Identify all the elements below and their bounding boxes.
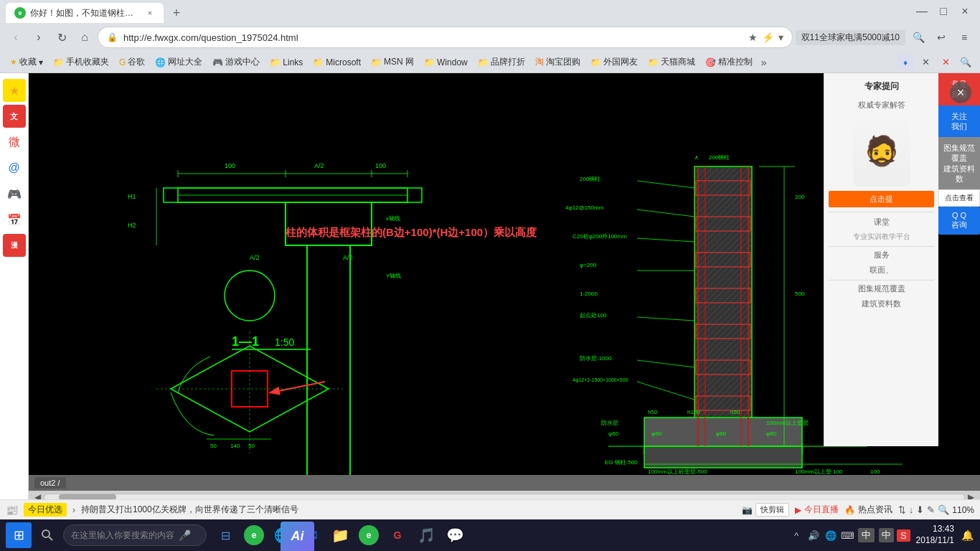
- ask-expert-button[interactable]: 点击提: [829, 191, 934, 207]
- svg-line-98: [49, 537, 52, 540]
- sidebar-icon-game[interactable]: 🎮: [3, 182, 26, 205]
- sort-icon[interactable]: ⇅: [898, 504, 906, 515]
- tab-close-button[interactable]: ×: [145, 7, 155, 19]
- bookmark-item-foreign[interactable]: 📁 外国网友: [586, 55, 642, 70]
- sidebar-icon-doc[interactable]: 文: [3, 105, 26, 128]
- taskbar-app-gmail[interactable]: G: [385, 522, 410, 548]
- horizontal-scrollbar[interactable]: ◀ ▶: [29, 491, 980, 499]
- live-button[interactable]: 今日直播: [804, 504, 839, 516]
- edit-icon[interactable]: ✎: [927, 504, 935, 515]
- sidebar-icon-star[interactable]: ★: [3, 79, 26, 102]
- sidebar-icon-weibo[interactable]: 微: [3, 131, 26, 154]
- bookmark-right-btn1[interactable]: ♦: [897, 54, 914, 71]
- sidebar-icon-calendar[interactable]: 📅: [3, 208, 26, 231]
- bookmark-item-msn[interactable]: 📁 MSN 网: [367, 55, 418, 70]
- hot-button[interactable]: 热点资讯: [858, 504, 892, 516]
- bookmark-item-games[interactable]: 🎮 游戏中心: [208, 55, 264, 70]
- bookmark-label: 手机收藏夹: [66, 56, 109, 68]
- today-select-label[interactable]: 今日优选: [24, 503, 67, 517]
- speaker-tray-icon[interactable]: 🔊: [806, 528, 821, 542]
- mic-icon[interactable]: 🎤: [179, 529, 191, 541]
- down-arrow-icon[interactable]: ↓: [909, 504, 914, 515]
- forward-button[interactable]: ›: [29, 27, 49, 47]
- bookmark-item-favorites[interactable]: ★ 收藏 ▾: [6, 55, 47, 70]
- undo-button[interactable]: ↩: [931, 27, 951, 47]
- taskbar-app-taskview[interactable]: ⊟: [212, 522, 238, 548]
- bookmark-right-btn3[interactable]: ✕: [937, 54, 954, 71]
- bookmark-item-tmall[interactable]: 📁 天猫商城: [644, 55, 699, 70]
- folder-icon: 🎯: [705, 57, 716, 67]
- close-window-button[interactable]: ×: [956, 2, 974, 21]
- bookmark-item-taobao[interactable]: 淘 淘宝团购: [531, 55, 585, 70]
- svg-text:H1: H1: [128, 193, 136, 200]
- taskbar-search-bar[interactable]: 在这里输入你要搜索的内容 🎤: [63, 524, 207, 546]
- sidebar-icon-mail[interactable]: @: [3, 156, 26, 179]
- lock-icon: 🔒: [107, 32, 118, 42]
- ai-badge[interactable]: Ai: [281, 522, 314, 551]
- maximize-button[interactable]: □: [934, 2, 953, 21]
- zoom-level: 110%: [952, 505, 974, 515]
- sidebar-icon-manga[interactable]: 漫: [3, 234, 26, 257]
- download-icon[interactable]: ⬇: [916, 504, 924, 515]
- svg-text:200钢柱: 200钢柱: [580, 176, 600, 182]
- bottom-tab-1[interactable]: out2 /: [34, 477, 66, 489]
- dropdown-icon[interactable]: ▾: [778, 32, 783, 43]
- scroll-left-button[interactable]: ◀: [32, 492, 44, 499]
- data-text: 建筑资料数: [829, 298, 934, 309]
- annotation-text: 柱的体积是框架柱的(B边+100)*(H边+100）乘以高度: [286, 226, 537, 240]
- ime-mode-indicator[interactable]: 中: [879, 528, 894, 542]
- bookmark-item-brand[interactable]: 📁 品牌打折: [473, 55, 529, 70]
- svg-text:50: 50: [210, 443, 217, 449]
- keyboard-icon[interactable]: ⌨: [841, 528, 855, 542]
- new-tab-button[interactable]: +: [166, 3, 187, 23]
- start-button[interactable]: ⊞: [6, 522, 32, 548]
- taskbar-app-music[interactable]: 🎵: [413, 522, 439, 548]
- svg-text:EG 钢柱-500: EG 钢柱-500: [605, 459, 638, 466]
- address-bar[interactable]: 🔒 http://e.fwxgx.com/question_1975024.ht…: [98, 27, 793, 48]
- taskbar-search-icon[interactable]: [34, 522, 60, 548]
- scroll-thumb[interactable]: [59, 494, 116, 499]
- ime-sogou-icon[interactable]: S: [897, 529, 910, 542]
- search-bottom-icon[interactable]: 🔍: [938, 504, 949, 515]
- qq-button[interactable]: Q Q咨询: [938, 207, 980, 235]
- bookmark-item-window[interactable]: 📁 Window: [420, 56, 472, 69]
- ime-lang-indicator[interactable]: 中: [858, 528, 875, 542]
- expert-subtitle: 权威专家解答: [829, 100, 934, 110]
- svg-text:100: 100: [375, 162, 386, 169]
- bookmark-item-microsoft[interactable]: 📁 Microsoft: [308, 56, 365, 69]
- taskbar-app-chat[interactable]: 💬: [442, 522, 468, 548]
- chevron-icon: ›: [72, 505, 75, 515]
- menu-button[interactable]: ≡: [954, 27, 974, 47]
- bookmark-item-google[interactable]: G 谷歌: [115, 55, 149, 70]
- bookmark-label: Window: [437, 57, 468, 67]
- taskbar-app-explorer[interactable]: 📁: [327, 522, 353, 548]
- bookmark-item-precision[interactable]: 🎯 精准控制: [701, 55, 757, 70]
- quick-clip-button[interactable]: 快剪辑: [755, 503, 789, 517]
- notification-button[interactable]: 🔔: [960, 528, 974, 542]
- bookmark-star-icon[interactable]: ★: [748, 32, 758, 43]
- bookmarks-overflow[interactable]: »: [758, 55, 770, 70]
- tray-icon-1[interactable]: ^: [789, 528, 804, 542]
- taskbar-app-360[interactable]: e: [241, 522, 267, 548]
- bookmark-item-mobile[interactable]: 📁 手机收藏夹: [49, 55, 113, 70]
- home-button[interactable]: ⌂: [75, 27, 95, 47]
- bookmark-item-webguide[interactable]: 🌐 网址大全: [151, 55, 207, 70]
- bookmark-item-links[interactable]: 📁 Links: [265, 56, 307, 69]
- search-button[interactable]: 🔍: [908, 27, 928, 47]
- minimize-button[interactable]: —: [913, 2, 931, 21]
- bookmark-right-btn2[interactable]: ✕: [917, 54, 934, 71]
- click-view-button[interactable]: 点击查看: [938, 189, 980, 207]
- lightning-icon[interactable]: ⚡: [762, 32, 774, 43]
- overlay-close-button[interactable]: ×: [950, 82, 971, 103]
- active-tab[interactable]: e 你好！如图，不知道钢柱的尺寸 ×: [6, 3, 164, 23]
- network-tray-icon[interactable]: 🌐: [824, 528, 838, 542]
- tab-favicon: e: [14, 7, 26, 19]
- bookmark-right-search[interactable]: 🔍: [957, 54, 974, 71]
- back-button[interactable]: ‹: [6, 27, 26, 47]
- coverage-button[interactable]: 图集规范覆盖建筑资料数: [938, 137, 980, 189]
- taskbar-app-360safe[interactable]: e: [356, 522, 382, 548]
- follow-button[interactable]: 关注我们: [938, 105, 980, 138]
- svg-text:Y轴线: Y轴线: [386, 273, 401, 279]
- scroll-right-button[interactable]: ▶: [965, 492, 977, 499]
- refresh-button[interactable]: ↻: [52, 27, 72, 47]
